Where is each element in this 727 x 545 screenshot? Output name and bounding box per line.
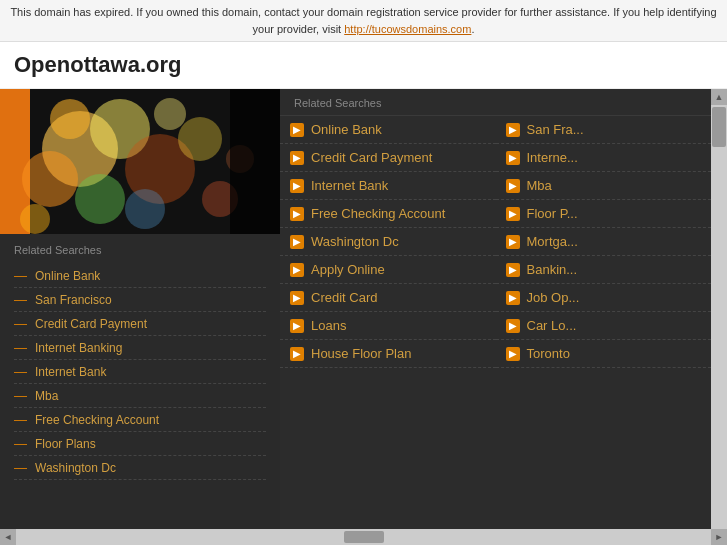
hero-image <box>0 89 280 234</box>
sidebar-arrow-icon: — <box>14 460 27 475</box>
sidebar-item[interactable]: — San Francisco <box>14 288 266 312</box>
grid-item-label: Floor P... <box>527 206 578 221</box>
sidebar-item-label: Floor Plans <box>35 437 96 451</box>
related-grid-item[interactable]: ▶ Job Op... <box>496 284 712 312</box>
horizontal-scrollbar[interactable]: ◄ ► <box>0 529 727 545</box>
grid-item-label: Free Checking Account <box>311 206 445 221</box>
grid-item-label: Online Bank <box>311 122 382 137</box>
h-scroll-thumb[interactable] <box>344 531 384 543</box>
grid-item-label: Mba <box>527 178 552 193</box>
related-grid: ▶ Online Bank ▶ San Fra... ▶ Credit Card… <box>280 116 711 368</box>
grid-arrow-icon: ▶ <box>506 319 520 333</box>
related-grid-item[interactable]: ▶ Apply Online <box>280 256 496 284</box>
related-grid-item[interactable]: ▶ Car Lo... <box>496 312 712 340</box>
sidebar-item[interactable]: — Free Checking Account <box>14 408 266 432</box>
related-grid-item[interactable]: ▶ Toronto <box>496 340 712 368</box>
scroll-left-button[interactable]: ◄ <box>0 529 16 545</box>
sidebar-item[interactable]: — Credit Card Payment <box>14 312 266 336</box>
related-grid-item[interactable]: ▶ House Floor Plan <box>280 340 496 368</box>
svg-point-8 <box>50 99 90 139</box>
sidebar-arrow-icon: — <box>14 268 27 283</box>
sidebar-related-title: Related Searches <box>14 244 266 256</box>
svg-point-3 <box>22 151 78 207</box>
related-grid-item[interactable]: ▶ Mortga... <box>496 228 712 256</box>
grid-arrow-icon: ▶ <box>506 347 520 361</box>
svg-rect-14 <box>230 89 280 234</box>
related-grid-item[interactable]: ▶ Online Bank <box>280 116 496 144</box>
grid-arrow-icon: ▶ <box>290 207 304 221</box>
sidebar-item[interactable]: — Floor Plans <box>14 432 266 456</box>
sidebar-arrow-icon: — <box>14 412 27 427</box>
sidebar-arrow-icon: — <box>14 436 27 451</box>
related-grid-item[interactable]: ▶ Floor P... <box>496 200 712 228</box>
related-grid-item[interactable]: ▶ Credit Card Payment <box>280 144 496 172</box>
sidebar-arrow-icon: — <box>14 388 27 403</box>
main-layout: Related Searches — Online Bank — San Fra… <box>0 89 727 545</box>
grid-item-label: Apply Online <box>311 262 385 277</box>
grid-item-label: Washington Dc <box>311 234 399 249</box>
sidebar-arrow-icon: — <box>14 316 27 331</box>
related-grid-item[interactable]: ▶ Washington Dc <box>280 228 496 256</box>
sidebar-item-label: Online Bank <box>35 269 100 283</box>
grid-arrow-icon: ▶ <box>290 179 304 193</box>
related-searches-panel: Related Searches ▶ Online Bank ▶ San Fra… <box>280 89 711 545</box>
grid-arrow-icon: ▶ <box>290 319 304 333</box>
site-title: Openottawa.org <box>14 52 181 77</box>
related-grid-item[interactable]: ▶ Credit Card <box>280 284 496 312</box>
sidebar-arrow-icon: — <box>14 292 27 307</box>
grid-item-label: Internet Bank <box>311 178 388 193</box>
related-grid-item[interactable]: ▶ Interne... <box>496 144 712 172</box>
sidebar-item-label: Mba <box>35 389 58 403</box>
svg-point-13 <box>20 204 50 234</box>
grid-item-label: House Floor Plan <box>311 346 411 361</box>
sidebar-item-label: Internet Bank <box>35 365 106 379</box>
sidebar-item[interactable]: — Washington Dc <box>14 456 266 480</box>
scroll-up-button[interactable]: ▲ <box>711 89 727 105</box>
sidebar-item-label: Credit Card Payment <box>35 317 147 331</box>
grid-arrow-icon: ▶ <box>290 291 304 305</box>
sidebar-item[interactable]: — Internet Bank <box>14 360 266 384</box>
grid-item-label: Interne... <box>527 150 578 165</box>
sidebar-item-label: Free Checking Account <box>35 413 159 427</box>
site-header: Openottawa.org <box>0 42 727 89</box>
related-grid-item[interactable]: ▶ Free Checking Account <box>280 200 496 228</box>
grid-arrow-icon: ▶ <box>290 235 304 249</box>
related-panel-title: Related Searches <box>280 89 711 116</box>
grid-arrow-icon: ▶ <box>290 123 304 137</box>
grid-arrow-icon: ▶ <box>506 123 520 137</box>
grid-item-label: Loans <box>311 318 346 333</box>
grid-arrow-icon: ▶ <box>506 263 520 277</box>
expired-link[interactable]: http://tucowsdomains.com <box>344 23 471 35</box>
grid-item-label: Job Op... <box>527 290 580 305</box>
related-grid-item[interactable]: ▶ Internet Bank <box>280 172 496 200</box>
grid-item-label: Credit Card <box>311 290 377 305</box>
vertical-scrollbar[interactable]: ▲ ▼ <box>711 89 727 545</box>
related-grid-item[interactable]: ▶ Loans <box>280 312 496 340</box>
grid-item-label: Credit Card Payment <box>311 150 432 165</box>
h-scroll-track <box>16 529 711 545</box>
grid-arrow-icon: ▶ <box>506 207 520 221</box>
grid-arrow-icon: ▶ <box>506 151 520 165</box>
svg-point-9 <box>125 189 165 229</box>
sidebar-item[interactable]: — Mba <box>14 384 266 408</box>
bokeh-svg <box>0 89 280 234</box>
left-sidebar: Related Searches — Online Bank — San Fra… <box>0 89 280 545</box>
related-grid-item[interactable]: ▶ Bankin... <box>496 256 712 284</box>
related-grid-item[interactable]: ▶ Mba <box>496 172 712 200</box>
grid-arrow-icon: ▶ <box>290 151 304 165</box>
scroll-track <box>711 105 727 532</box>
scroll-right-button[interactable]: ► <box>711 529 727 545</box>
sidebar-arrow-icon: — <box>14 364 27 379</box>
grid-arrow-icon: ▶ <box>290 347 304 361</box>
sidebar-item-label: Washington Dc <box>35 461 116 475</box>
scroll-thumb[interactable] <box>712 107 726 147</box>
grid-item-label: Bankin... <box>527 262 578 277</box>
sidebar-item[interactable]: — Internet Banking <box>14 336 266 360</box>
sidebar-related: Related Searches — Online Bank — San Fra… <box>0 234 280 490</box>
related-grid-item[interactable]: ▶ San Fra... <box>496 116 712 144</box>
grid-arrow-icon: ▶ <box>290 263 304 277</box>
sidebar-item[interactable]: — Online Bank <box>14 264 266 288</box>
grid-item-label: San Fra... <box>527 122 584 137</box>
sidebar-item-label: Internet Banking <box>35 341 122 355</box>
grid-item-label: Toronto <box>527 346 570 361</box>
